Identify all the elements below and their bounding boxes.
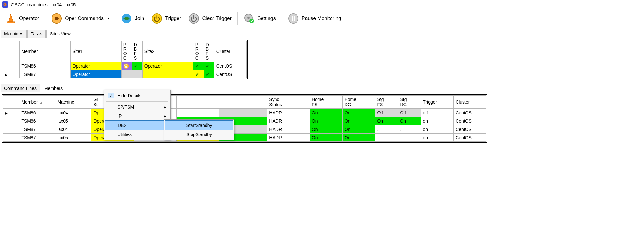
menu-start-standby[interactable]: StartStandby: [165, 120, 233, 130]
col-home-fs[interactable]: HomeFS: [310, 96, 342, 109]
col-site2[interactable]: Site2: [142, 41, 193, 62]
cell-proc1[interactable]: [121, 70, 132, 78]
cell-dbfs1[interactable]: ✓: [132, 62, 142, 70]
cell[interactable]: On: [310, 134, 342, 142]
col-cluster[interactable]: Cluster: [454, 96, 486, 109]
cell-site1[interactable]: Operator: [70, 62, 121, 70]
cell[interactable]: .: [398, 125, 421, 134]
join-button[interactable]: Join: [118, 11, 147, 26]
cell[interactable]: TSM86: [19, 109, 55, 117]
menu-utilities[interactable]: Utilities ▶: [105, 130, 170, 139]
col-cluster[interactable]: Cluster: [214, 41, 246, 62]
col-stg-fs[interactable]: StgFS: [375, 96, 398, 109]
cell-member[interactable]: TSM87: [19, 70, 70, 78]
cell[interactable]: On: [342, 134, 375, 142]
table-row[interactable]: TSM86 Operator ♋ ✓ Operator ✓ ✓ CentOS: [3, 62, 247, 70]
tab-tasks[interactable]: Tasks: [27, 30, 46, 38]
db2-submenu[interactable]: StartStandby StopStandby: [164, 119, 234, 140]
settings-button[interactable]: Settings: [240, 11, 279, 26]
menu-stop-standby[interactable]: StopStandby: [165, 130, 233, 139]
col-trigger[interactable]: Trigger: [421, 96, 454, 109]
col-dbfs2[interactable]: DBFS: [204, 41, 214, 62]
tab-machines[interactable]: Machines: [1, 30, 27, 38]
cell[interactable]: TSM87: [19, 125, 55, 134]
table-row[interactable]: TSM87 lax04 Operator Operator inactive O…: [3, 125, 486, 134]
cell[interactable]: HADR: [267, 125, 310, 134]
col-machine[interactable]: Machine: [55, 96, 91, 109]
cell[interactable]: on: [421, 134, 454, 142]
cell[interactable]: HADR: [267, 109, 310, 117]
cell[interactable]: CentOS: [454, 109, 486, 117]
cell-site2[interactable]: Operator: [142, 62, 193, 70]
cell[interactable]: TSM87: [19, 134, 55, 142]
col-proc2[interactable]: PROC: [193, 41, 204, 62]
pause-monitoring-button[interactable]: Pause Monitoring: [284, 11, 345, 26]
cell-proc2[interactable]: ✓: [193, 70, 204, 78]
cell[interactable]: On: [342, 125, 375, 134]
col-home-dg[interactable]: HomeDG: [342, 96, 375, 109]
cell-dbfs2[interactable]: ✓: [204, 62, 214, 70]
cell[interactable]: .: [375, 134, 398, 142]
cell[interactable]: .: [375, 125, 398, 134]
col-stg-dg[interactable]: StgDG: [398, 96, 421, 109]
cell[interactable]: CentOS: [454, 117, 486, 125]
table-row[interactable]: TSM87 lax05 Operator Operator running_p_…: [3, 134, 486, 142]
cell[interactable]: [219, 109, 267, 117]
cell-dbfs1[interactable]: [132, 70, 142, 78]
cell[interactable]: Off: [398, 109, 421, 117]
cell[interactable]: HADR: [267, 117, 310, 125]
col-proc1[interactable]: PROC: [121, 41, 132, 62]
context-menu[interactable]: ✓ Hide Details SP/TSM ▶ IP ▶ DB2 ▶ Start…: [104, 90, 171, 140]
table-row[interactable]: ▶ TSM87 Operator ✓ ✓ CentOS: [3, 70, 247, 78]
cell[interactable]: lax05: [55, 134, 91, 142]
operator-button[interactable]: Operator: [2, 11, 42, 26]
clear-trigger-button[interactable]: Clear Trigger: [185, 11, 234, 26]
cell[interactable]: lax04: [55, 109, 91, 117]
cell[interactable]: Off: [375, 109, 398, 117]
oper-commands-button[interactable]: Oper Commands ▾: [48, 11, 112, 26]
cell[interactable]: CentOS: [454, 134, 486, 142]
table-row[interactable]: ▶ TSM86 lax04 Op HADR On On Off Off off …: [3, 109, 486, 117]
cell-cluster[interactable]: CentOS: [214, 70, 246, 78]
cell[interactable]: On: [342, 117, 375, 125]
col-db2[interactable]: [176, 96, 219, 109]
col-sync[interactable]: SyncStatus: [267, 96, 310, 109]
cell-site1[interactable]: Operator: [70, 70, 121, 78]
cell[interactable]: On: [398, 117, 421, 125]
cell[interactable]: On: [310, 109, 342, 117]
menu-ip[interactable]: IP ▶: [105, 112, 170, 120]
menu-sp-tsm[interactable]: SP/TSM ▶: [105, 103, 170, 112]
cell-member[interactable]: TSM86: [19, 62, 70, 70]
col-db2-state[interactable]: [219, 96, 267, 109]
cell-site2[interactable]: [142, 70, 193, 78]
cell[interactable]: CentOS: [454, 125, 486, 134]
cell[interactable]: On: [310, 125, 342, 134]
cell[interactable]: On: [310, 117, 342, 125]
cell[interactable]: on: [421, 125, 454, 134]
cell-cluster[interactable]: CentOS: [214, 62, 246, 70]
col-member[interactable]: Member▲: [19, 96, 55, 109]
cell[interactable]: on: [421, 117, 454, 125]
cell[interactable]: HADR: [267, 134, 310, 142]
tab-members[interactable]: Members: [41, 84, 66, 92]
cell[interactable]: off: [421, 109, 454, 117]
col-member[interactable]: Member: [19, 41, 70, 62]
cell-proc2[interactable]: ✓: [193, 62, 204, 70]
cell-proc1[interactable]: ♋: [121, 62, 132, 70]
tab-sites-view[interactable]: Sites View: [46, 30, 74, 38]
menu-hide-details[interactable]: ✓ Hide Details: [105, 91, 170, 100]
cell[interactable]: lax05: [55, 117, 91, 125]
trigger-button[interactable]: Trigger: [148, 11, 184, 26]
table-row[interactable]: TSM86 lax05 Operator Operator running_p_…: [3, 117, 486, 125]
cell[interactable]: .: [398, 134, 421, 142]
menu-db2[interactable]: DB2 ▶ StartStandby StopStandby: [105, 120, 170, 130]
col-site1[interactable]: Site1: [70, 41, 121, 62]
cell[interactable]: TSM86: [19, 117, 55, 125]
cell[interactable]: [176, 109, 219, 117]
cell[interactable]: lax04: [55, 125, 91, 134]
tab-command-lines[interactable]: Command Lines: [1, 84, 40, 92]
col-dbfs1[interactable]: DBFS: [132, 41, 142, 62]
cell[interactable]: On: [375, 117, 398, 125]
cell-dbfs2[interactable]: ✓: [204, 70, 214, 78]
cell[interactable]: On: [342, 109, 375, 117]
